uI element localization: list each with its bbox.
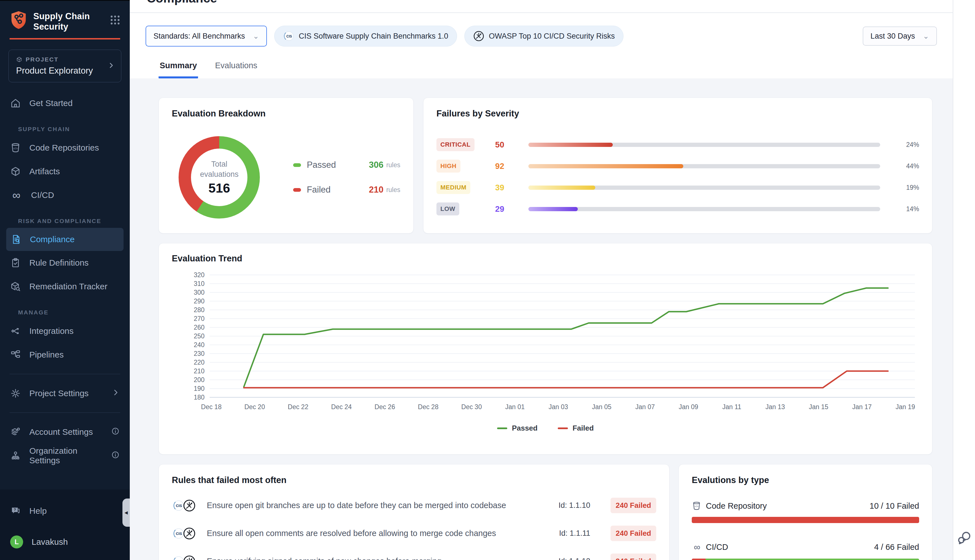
svg-text:280: 280 [194,306,205,313]
project-selector[interactable]: PROJECT Product Exploratory [8,50,121,82]
code-repository-icon: </> [692,501,701,511]
svg-text:Jan 11: Jan 11 [722,403,741,410]
type-progress-bar [692,517,919,523]
type-row-code-repository: </> Code Repository 10 / 10 Failed [692,501,919,523]
chip-cis-benchmark[interactable]: CIS CIS Software Supply Chain Benchmarks… [274,26,457,47]
rule-row[interactable]: CIS Ensure verifying signed commits of n… [172,553,656,560]
card-title: Evaluation Trend [172,253,919,263]
rule-row[interactable]: CIS Ensure all open comments are resolve… [172,526,656,541]
standard-logos: CIS [172,527,199,540]
cube-icon [16,57,22,63]
section-risk-and-compliance: RISK AND COMPLIANCE [0,214,130,228]
svg-text:</>: </> [13,147,18,150]
svg-text:180: 180 [194,393,205,401]
app-root: Supply ChainSecurity PROJECT Product Exp… [0,0,975,560]
sidebar-item-organization-settings[interactable]: Organization Settings [0,444,130,468]
svg-text:Jan 19: Jan 19 [895,403,915,410]
owasp-logo-icon [182,555,196,560]
trend-legend: Passed Failed [172,424,919,433]
sidebar-item-get-started[interactable]: Get Started [0,92,130,115]
app-grid-icon[interactable] [109,14,121,27]
svg-text:190: 190 [194,385,205,392]
tabs: Summary Evaluations [130,59,953,78]
svg-text:200: 200 [194,376,205,383]
content: Evaluation Breakdown Totalevaluations 51… [130,78,953,560]
severity-row-critical: CRITICAL 50 24% [436,134,919,155]
svg-text:Dec 24: Dec 24 [331,403,352,410]
document-search-icon [11,234,22,245]
legend-passed: Passed [497,424,538,433]
info-icon[interactable] [111,451,120,461]
chevron-down-icon: ⌄ [253,32,259,41]
section-supply-chain: SUPPLY CHAIN [0,122,130,136]
tab-summary[interactable]: Summary [159,59,198,78]
user-menu[interactable]: L Lavakush [0,530,130,554]
sidebar-item-rule-definitions[interactable]: Rule Definitions [0,251,130,275]
rule-row[interactable]: CIS Ensure open git branches are up to d… [172,498,656,513]
svg-text:Jan 17: Jan 17 [852,403,872,410]
failed-count-badge: 240 Failed [611,526,656,541]
page-header: Compliance [130,0,953,13]
sidebar-item-compliance[interactable]: Compliance [6,228,124,251]
svg-text:220: 220 [194,359,205,366]
svg-text:240: 240 [194,341,205,348]
svg-text:Jan 15: Jan 15 [809,403,828,410]
integrations-icon [10,326,21,337]
owasp-logo-icon [182,527,196,540]
owasp-logo-icon [182,499,196,512]
infinity-icon: ∞ [692,542,703,552]
svg-text:Dec 30: Dec 30 [461,403,482,410]
svg-text:270: 270 [194,315,205,322]
sidebar-item-project-settings[interactable]: Project Settings [0,382,130,405]
failed-pill-icon [293,188,301,192]
card-title: Evaluation Breakdown [172,108,400,119]
sidebar-item-pipelines[interactable]: Pipelines [0,343,130,367]
svg-text:Jan 01: Jan 01 [505,403,525,410]
sidebar-item-code-repositories[interactable]: </> Code Repositories [0,136,130,160]
failed-count-badge: 240 Failed [611,553,656,560]
filter-bar: Standards: All Benchmarks ⌄ CIS CIS Soft… [130,13,953,59]
standard-logos: CIS [172,555,199,560]
chat-widget-icon[interactable] [957,530,972,545]
type-row-cicd: ∞ CI/CD 4 / 66 Failed [692,542,919,560]
type-failed-ratio: 4 / 66 Failed [874,543,919,552]
home-icon [10,98,21,108]
svg-text:Jan 05: Jan 05 [592,403,611,410]
tab-evaluations[interactable]: Evaluations [214,59,259,78]
standards-filter-dropdown[interactable]: Standards: All Benchmarks ⌄ [145,26,267,47]
legend-failed: Failed [558,424,594,433]
box-icon [10,166,21,177]
svg-text:Dec 20: Dec 20 [244,403,265,410]
sidebar-item-account-settings[interactable]: Account Settings [0,420,130,444]
sidebar-collapse-handle[interactable]: ◀ [122,498,130,527]
svg-text:Dec 22: Dec 22 [288,403,308,410]
chevron-down-icon: ⌄ [923,32,929,41]
failed-line-icon [558,427,568,429]
sidebar-item-remediation-tracker[interactable]: Remediation Tracker [0,275,130,298]
severity-row-low: LOW 29 14% [436,198,919,220]
sidebar-item-cicd[interactable]: ∞ CI/CD [0,183,130,207]
sidebar-item-integrations[interactable]: Integrations [0,319,130,343]
box-wrench-icon [10,281,21,292]
org-gear-icon [10,450,21,461]
sidebar-item-artifacts[interactable]: Artifacts [0,160,130,183]
main-area: Compliance Standards: All Benchmarks ⌄ C… [130,0,953,560]
svg-text:260: 260 [194,324,205,331]
avatar: L [10,535,23,548]
shield-logo-icon [10,10,28,31]
section-manage: MANAGE [0,306,130,319]
chip-owasp[interactable]: OWASP Top 10 CI/CD Security Risks [464,26,624,47]
card-rules-failed-most: Rules that failed most often CIS [159,464,669,560]
svg-text:Dec 18: Dec 18 [201,403,222,410]
infinity-icon: ∞ [10,190,23,200]
sidebar-item-help[interactable]: ? Help [0,499,130,523]
date-range-dropdown[interactable]: Last 30 Days ⌄ [863,27,937,46]
svg-text:Jan 03: Jan 03 [548,403,568,410]
type-failed-ratio: 10 / 10 Failed [870,502,919,511]
svg-text:320: 320 [194,271,205,278]
rule-id: Id: 1.1.11 [559,529,591,538]
severity-bar [528,164,880,168]
svg-text:Jan 09: Jan 09 [679,403,698,410]
brand-title: Supply ChainSecurity [33,11,109,32]
info-icon[interactable] [111,427,120,437]
